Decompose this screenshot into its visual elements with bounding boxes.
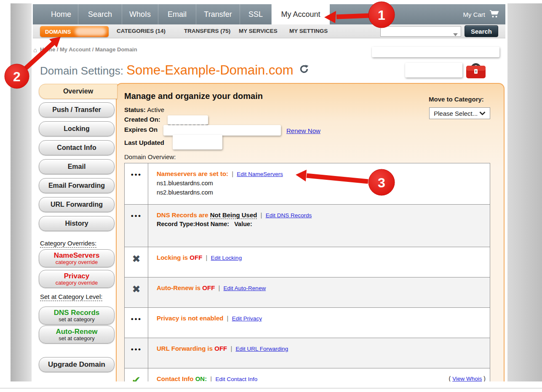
sidebar-item-sub: set at category bbox=[59, 336, 94, 341]
page-title: Domain Settings: Some-Example-Domain.com bbox=[40, 63, 309, 78]
link-edit-url-forwarding[interactable]: Edit URL Forwarding bbox=[235, 346, 288, 352]
sidebar-item-email[interactable]: Email bbox=[39, 159, 115, 174]
category-overrides-label: Category Overrides: bbox=[40, 240, 96, 247]
link-edit-nameservers[interactable]: Edit NameServers bbox=[237, 171, 283, 177]
icon-cell: ✖ bbox=[125, 247, 148, 277]
row-title: URL Forwarding is OFF | Edit URL Forward… bbox=[157, 345, 484, 352]
row-title: Privacy is not enabled | Edit Privacy bbox=[157, 315, 484, 322]
table-row: ✖Auto-Renew is OFF | Edit Auto-Renew bbox=[125, 277, 490, 307]
status-text: Auto-Renew is bbox=[157, 284, 202, 291]
toolbox-icon[interactable] bbox=[465, 60, 487, 82]
bottom-strip bbox=[0, 381, 542, 392]
sidebar-item-push-transfer[interactable]: Push / Transfer bbox=[39, 102, 115, 117]
stage: HomeSearchWhoIsEmailTransferSSLMy Accoun… bbox=[0, 0, 542, 392]
cross-icon: ✖ bbox=[132, 254, 140, 264]
tab-email[interactable]: Email bbox=[158, 4, 196, 24]
link-view-whois[interactable]: View Whois bbox=[452, 376, 482, 382]
dots-icon: ●●● bbox=[131, 347, 142, 352]
status-text: Nameservers are set to: bbox=[157, 170, 228, 177]
subnav: DOMAINS Search CATEGORIES (14)TRANSFERS … bbox=[33, 24, 505, 38]
redacted-header-box bbox=[372, 47, 499, 57]
sidebar-item-history[interactable]: History bbox=[39, 216, 115, 231]
row-body: Privacy is not enabled | Edit Privacy bbox=[148, 308, 490, 338]
table-row: ●●●Privacy is not enabled | Edit Privacy bbox=[125, 307, 490, 338]
renew-now-link[interactable]: Renew Now bbox=[286, 127, 320, 134]
sidebar-item-contact-info[interactable]: Contact Info bbox=[39, 140, 115, 155]
sidebar-item-upgrade-domain[interactable]: Upgrade Domain bbox=[39, 357, 115, 372]
link-edit-dns-records[interactable]: Edit DNS Records bbox=[266, 212, 312, 219]
row-title: Locking is OFF | Edit Locking bbox=[157, 254, 484, 261]
icon-cell: ●●● bbox=[125, 338, 148, 368]
status-text: Locking is bbox=[157, 254, 190, 261]
link-edit-auto-renew[interactable]: Edit Auto-Renew bbox=[224, 285, 266, 291]
sidebar-item-dns-records[interactable]: DNS Recordsset at category bbox=[39, 307, 115, 325]
table-row: ●●●DNS Records are Not Being Used | Edit… bbox=[125, 204, 490, 247]
tab-ssl[interactable]: SSL bbox=[240, 4, 272, 24]
quick-search-combobox[interactable] bbox=[380, 26, 461, 37]
right-margin-strip bbox=[507, 3, 542, 381]
sidebar-item-sub: set at category bbox=[59, 317, 94, 323]
icon-cell: ●●● bbox=[125, 163, 148, 204]
status-value: Active bbox=[146, 106, 164, 113]
my-cart-button[interactable]: My Cart bbox=[463, 4, 501, 24]
page-title-prefix: Domain Settings: bbox=[40, 64, 126, 77]
breadcrumb[interactable]: Home / My Account / Manage Domain bbox=[40, 46, 137, 53]
sidebar-item-privacy[interactable]: Privacycategory override bbox=[39, 270, 115, 288]
status-text: OFF bbox=[202, 284, 215, 291]
redacted-updated-date bbox=[173, 135, 222, 149]
separator: | bbox=[204, 254, 209, 261]
separator: | bbox=[216, 284, 222, 291]
tab-my-account[interactable]: My Account bbox=[272, 4, 330, 24]
category-select-value: Please Select... bbox=[434, 110, 478, 117]
tab-search[interactable]: Search bbox=[78, 4, 122, 24]
separator: | bbox=[259, 211, 264, 219]
tab-home[interactable]: Home bbox=[44, 4, 78, 24]
subnav-item-domains[interactable]: DOMAINS bbox=[40, 26, 109, 37]
sidebar-item-title: NameServers bbox=[54, 252, 100, 259]
home-icon: ⌂ bbox=[33, 46, 37, 53]
link-edit-locking[interactable]: Edit Locking bbox=[211, 255, 242, 261]
tab-transfer[interactable]: Transfer bbox=[196, 4, 240, 24]
sidebar-item-locking[interactable]: Locking bbox=[39, 121, 115, 136]
created-on-label: Created On: bbox=[124, 116, 160, 123]
subnav-item-my-services[interactable]: MY SERVICES bbox=[239, 28, 278, 34]
row-title: Auto-Renew is OFF | Edit Auto-Renew bbox=[157, 284, 484, 291]
overview-table: ●●●Nameservers are set to: | Edit NameSe… bbox=[124, 163, 490, 392]
combobox-arrow-icon[interactable] bbox=[453, 30, 458, 38]
subnav-item-categories-14[interactable]: CATEGORIES (14) bbox=[117, 28, 166, 34]
sidebar-item-overview[interactable]: Overview bbox=[39, 84, 117, 99]
cross-icon: ✖ bbox=[132, 284, 140, 294]
status-text: URL Forwarding is bbox=[157, 345, 214, 352]
redacted-expiry-date bbox=[163, 125, 281, 136]
subnav-item-my-settings[interactable]: MY SETTINGS bbox=[289, 28, 328, 34]
icon-cell: ✖ bbox=[125, 277, 148, 307]
row-title: DNS Records are Not Being Used | Edit DN… bbox=[157, 211, 484, 219]
domain-overview-label: Domain Overview: bbox=[124, 153, 176, 160]
refresh-icon[interactable] bbox=[299, 64, 309, 75]
status-text: OFF bbox=[214, 345, 227, 352]
quick-search-input[interactable] bbox=[382, 27, 451, 36]
status-text: Not Being Used bbox=[210, 211, 257, 219]
sidebar-item-auto-renew[interactable]: Auto-Renewset at category bbox=[39, 325, 115, 344]
sidebar-item-title: Privacy bbox=[64, 272, 90, 280]
redacted-title-box bbox=[405, 63, 462, 77]
status-text: DNS Records are bbox=[157, 211, 210, 219]
topnav-tabs: HomeSearchWhoIsEmailTransferSSLMy Accoun… bbox=[44, 4, 330, 24]
cart-icon bbox=[489, 9, 500, 19]
link-edit-privacy[interactable]: Edit Privacy bbox=[232, 315, 262, 322]
sidebar-item-title: Auto-Renew bbox=[56, 328, 97, 336]
icon-cell: ●●● bbox=[125, 308, 148, 338]
last-updated-label: Last Updated bbox=[124, 139, 164, 146]
subnav-item-transfers-75[interactable]: TRANSFERS (75) bbox=[184, 28, 230, 34]
category-select[interactable]: Please Select... bbox=[429, 107, 490, 119]
dots-icon: ●●● bbox=[131, 213, 142, 218]
sidebar-item-email-forwarding[interactable]: Email Forwarding bbox=[39, 178, 115, 193]
dots-icon: ●●● bbox=[131, 172, 142, 177]
chevron-down-icon bbox=[479, 112, 486, 115]
row-body: Nameservers are set to: | Edit NameServe… bbox=[148, 163, 490, 204]
search-button[interactable]: Search bbox=[465, 25, 498, 37]
nameserver-line: ns2.bluestardns.com bbox=[157, 189, 484, 196]
tab-whois[interactable]: WhoIs bbox=[122, 4, 158, 24]
sidebar-item-nameservers[interactable]: NameServerscategory override bbox=[39, 249, 115, 267]
sidebar-item-url-forwarding[interactable]: URL Forwarding bbox=[39, 197, 115, 212]
